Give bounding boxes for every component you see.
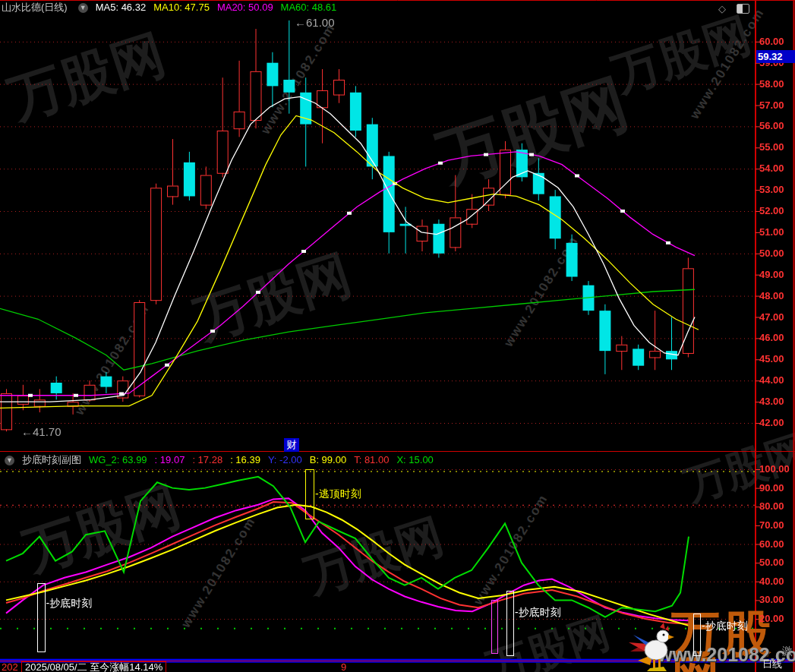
signal-bar-secondary[interactable] [491, 600, 498, 654]
panel1-header: 山水比德(日线)▼MA5: 46.32MA10: 47.75MA20: 50.0… [2, 0, 352, 15]
signal-label: -抄底时刻 [702, 620, 748, 633]
ma-values: MA5: 46.32MA10: 47.75MA20: 50.09MA60: 48… [96, 2, 345, 13]
split-window-fill [737, 5, 743, 13]
price-axis-label: 46.00 [759, 333, 784, 343]
signal-label: -逃顶时刻 [315, 487, 361, 501]
indicator-axis-label: 30.00 [759, 595, 784, 605]
price-axis-label: 54.00 [759, 163, 784, 174]
signal-label: -抄底时刻 [515, 606, 561, 620]
value-item: T: 81.00 [354, 454, 389, 465]
split-window-icon[interactable] [737, 4, 749, 14]
chevron-down-icon[interactable]: ▼ [78, 3, 88, 13]
signal-bar[interactable] [37, 583, 46, 652]
signal-label: -抄底时刻 [46, 597, 93, 610]
value-item: : 17.28 [192, 454, 222, 465]
panel2-header: ▼抄底时刻副图WG_2: 63.99: 19.07: 17.28: 16.39Y… [2, 453, 449, 468]
price-axis-label: 50.00 [759, 248, 784, 259]
value-item: MA20: 50.09 [217, 2, 273, 13]
indicator-axis-label: 100.00 [759, 464, 790, 475]
price-axis-label: 49.00 [759, 270, 784, 280]
value-item: X: 15.00 [396, 454, 433, 465]
signal-bar[interactable] [506, 591, 514, 656]
indicator-values: WG_2: 63.99: 19.07: 17.28: 16.39Y: -2.00… [89, 454, 441, 465]
price-axis-label: 52.00 [759, 206, 784, 216]
price-axis-label: 47.00 [759, 312, 784, 323]
axis-date-tick: 9 [341, 662, 346, 672]
high-annotation: ←61.00 [295, 16, 335, 29]
indicator-title: 抄底时刻副图 [22, 454, 81, 465]
value-item: : 19.07 [155, 454, 185, 465]
price-axis-label: 45.00 [759, 354, 784, 364]
indicator-axis-label: 20.00 [759, 614, 784, 624]
price-axis-label: 44.00 [759, 375, 784, 386]
last-price-badge: 59.32 [756, 50, 795, 63]
price-axis-label: 48.00 [759, 291, 784, 301]
signal-bar[interactable] [305, 469, 314, 519]
value-item: B: 99.00 [310, 454, 346, 465]
price-axis-label: 60.00 [759, 36, 784, 47]
clipped-date-label: 202 [2, 662, 18, 672]
price-axis-label: 57.00 [759, 100, 784, 111]
price-axis-label: 53.00 [759, 185, 784, 195]
signal-bar[interactable] [693, 614, 701, 656]
indicator-axis-label: 90.00 [759, 483, 784, 494]
chart-application-window: 万股网万股网万股网万股网万股网万股网万股网万股网www.201082.comww… [0, 0, 795, 672]
chart-canvas[interactable] [0, 0, 795, 672]
price-axis-label: 56.00 [759, 121, 784, 131]
chevron-down-icon2[interactable]: ▼ [5, 456, 14, 465]
indicator-axis-label: 60.00 [759, 539, 784, 550]
status-bar: 202 2025/08/05/二 至今涨幅14.14% 9 [0, 662, 795, 672]
value-item: Y: -2.00 [268, 454, 302, 465]
diamond-icon[interactable]: ◇ [718, 3, 726, 14]
value-item: MA5: 46.32 [96, 2, 147, 13]
x-axis-tag[interactable]: 财 [284, 438, 299, 452]
low-annotation: ←41.70 [21, 425, 62, 438]
price-axis-label: 55.00 [759, 142, 784, 153]
price-axis-label: 58.00 [759, 79, 784, 90]
indicator-axis-label: 80.00 [759, 501, 784, 512]
value-item: MA60: 48.61 [281, 2, 337, 13]
security-title: 山水比德(日线) [2, 2, 68, 13]
indicator-axis-label: 50.00 [759, 557, 784, 568]
value-item: MA10: 47.75 [153, 2, 210, 13]
value-item: : 16.39 [230, 454, 260, 465]
date-info-box[interactable]: 2025/08/05/二 至今涨幅14.14% [21, 661, 166, 672]
partial-watermark-char: 激 [782, 645, 793, 658]
indicator-axis-label: 40.00 [759, 576, 784, 587]
price-axis-label: 51.00 [759, 227, 784, 238]
price-axis-label: 42.00 [759, 418, 784, 428]
indicator-axis-label: 70.00 [759, 520, 784, 531]
value-item: WG_2: 63.99 [89, 454, 147, 465]
price-axis-label: 43.00 [759, 396, 784, 407]
